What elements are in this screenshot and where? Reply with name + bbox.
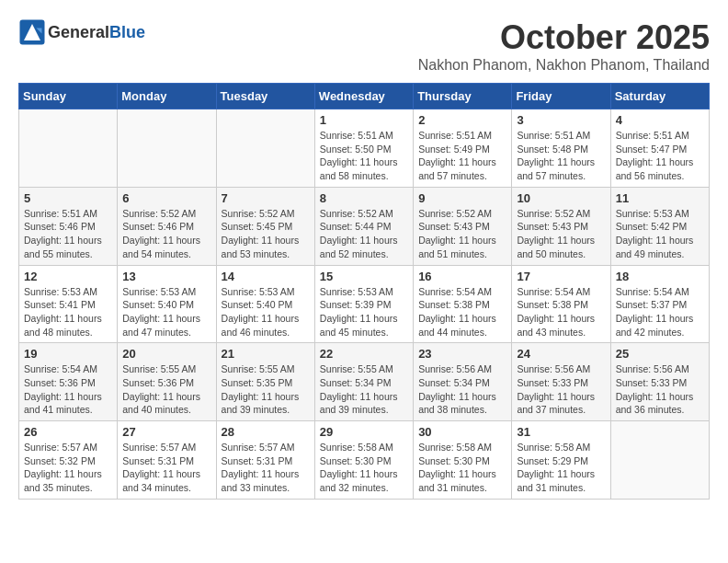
day-info: Sunrise: 5:54 AMSunset: 5:38 PMDaylight:… — [418, 285, 506, 339]
calendar-cell: 27Sunrise: 5:57 AMSunset: 5:31 PMDayligh… — [118, 421, 216, 500]
weekday-header-saturday: Saturday — [610, 84, 709, 109]
day-info: Sunrise: 5:56 AMSunset: 5:34 PMDaylight:… — [418, 362, 506, 417]
day-info: Sunrise: 5:58 AMSunset: 5:29 PMDaylight:… — [517, 441, 605, 495]
calendar-cell: 30Sunrise: 5:58 AMSunset: 5:30 PMDayligh… — [414, 421, 512, 500]
calendar-cell — [610, 421, 709, 500]
day-info: Sunrise: 5:52 AMSunset: 5:46 PMDaylight:… — [122, 207, 210, 261]
calendar-cell: 19Sunrise: 5:54 AMSunset: 5:36 PMDayligh… — [19, 343, 118, 421]
day-info: Sunrise: 5:57 AMSunset: 5:31 PMDaylight:… — [222, 441, 310, 495]
day-info: Sunrise: 5:52 AMSunset: 5:45 PMDaylight:… — [222, 207, 310, 261]
calendar-cell: 15Sunrise: 5:53 AMSunset: 5:39 PMDayligh… — [314, 265, 413, 343]
calendar-week-row: 1Sunrise: 5:51 AMSunset: 5:50 PMDaylight… — [19, 109, 710, 188]
day-number: 26 — [24, 425, 112, 439]
day-info: Sunrise: 5:51 AMSunset: 5:49 PMDaylight:… — [418, 129, 506, 183]
day-info: Sunrise: 5:56 AMSunset: 5:33 PMDaylight:… — [517, 362, 605, 417]
day-info: Sunrise: 5:51 AMSunset: 5:48 PMDaylight:… — [517, 129, 605, 183]
day-number: 27 — [122, 425, 210, 439]
day-info: Sunrise: 5:52 AMSunset: 5:43 PMDaylight:… — [517, 207, 605, 261]
day-info: Sunrise: 5:55 AMSunset: 5:34 PMDaylight:… — [320, 362, 408, 417]
day-info: Sunrise: 5:51 AMSunset: 5:46 PMDaylight:… — [24, 207, 112, 261]
day-info: Sunrise: 5:54 AMSunset: 5:38 PMDaylight:… — [517, 285, 605, 339]
calendar-table: SundayMondayTuesdayWednesdayThursdayFrid… — [18, 83, 710, 500]
day-number: 21 — [222, 347, 310, 361]
month-title: October 2025 — [418, 18, 710, 57]
calendar-cell: 25Sunrise: 5:56 AMSunset: 5:33 PMDayligh… — [610, 343, 709, 421]
day-number: 12 — [24, 270, 112, 283]
day-number: 2 — [418, 113, 506, 127]
calendar-cell: 8Sunrise: 5:52 AMSunset: 5:44 PMDaylight… — [314, 187, 413, 265]
logo: GeneralBlue — [18, 18, 145, 46]
calendar-cell: 12Sunrise: 5:53 AMSunset: 5:41 PMDayligh… — [19, 265, 118, 343]
day-number: 22 — [320, 347, 408, 361]
day-number: 6 — [122, 191, 210, 205]
calendar-week-row: 26Sunrise: 5:57 AMSunset: 5:32 PMDayligh… — [19, 421, 710, 500]
day-number: 30 — [418, 425, 506, 439]
calendar-cell: 9Sunrise: 5:52 AMSunset: 5:43 PMDaylight… — [414, 187, 512, 265]
day-number: 7 — [222, 191, 310, 205]
day-number: 19 — [24, 347, 112, 361]
day-info: Sunrise: 5:52 AMSunset: 5:44 PMDaylight:… — [320, 207, 408, 261]
day-number: 11 — [616, 191, 704, 205]
day-info: Sunrise: 5:53 AMSunset: 5:40 PMDaylight:… — [222, 285, 310, 339]
calendar-cell: 2Sunrise: 5:51 AMSunset: 5:49 PMDaylight… — [414, 109, 512, 188]
logo-icon — [18, 18, 46, 46]
calendar-cell: 24Sunrise: 5:56 AMSunset: 5:33 PMDayligh… — [512, 343, 610, 421]
calendar-cell: 5Sunrise: 5:51 AMSunset: 5:46 PMDaylight… — [19, 187, 118, 265]
calendar-cell: 18Sunrise: 5:54 AMSunset: 5:37 PMDayligh… — [610, 265, 709, 343]
calendar-cell: 7Sunrise: 5:52 AMSunset: 5:45 PMDaylight… — [216, 187, 314, 265]
day-info: Sunrise: 5:53 AMSunset: 5:39 PMDaylight:… — [320, 285, 408, 339]
calendar-cell: 28Sunrise: 5:57 AMSunset: 5:31 PMDayligh… — [216, 421, 314, 500]
calendar-cell: 4Sunrise: 5:51 AMSunset: 5:47 PMDaylight… — [610, 109, 709, 188]
day-info: Sunrise: 5:55 AMSunset: 5:36 PMDaylight:… — [122, 362, 210, 417]
day-number: 8 — [320, 191, 408, 205]
day-number: 13 — [122, 270, 210, 283]
day-number: 28 — [222, 425, 310, 439]
day-info: Sunrise: 5:58 AMSunset: 5:30 PMDaylight:… — [320, 441, 408, 495]
calendar-cell: 16Sunrise: 5:54 AMSunset: 5:38 PMDayligh… — [414, 265, 512, 343]
calendar-cell: 3Sunrise: 5:51 AMSunset: 5:48 PMDaylight… — [512, 109, 610, 188]
day-info: Sunrise: 5:53 AMSunset: 5:41 PMDaylight:… — [24, 285, 112, 339]
weekday-header-thursday: Thursday — [414, 84, 512, 109]
day-number: 5 — [24, 191, 112, 205]
day-number: 14 — [222, 270, 310, 283]
day-number: 24 — [517, 347, 605, 361]
day-info: Sunrise: 5:53 AMSunset: 5:40 PMDaylight:… — [122, 285, 210, 339]
day-number: 29 — [320, 425, 408, 439]
calendar-cell: 17Sunrise: 5:54 AMSunset: 5:38 PMDayligh… — [512, 265, 610, 343]
day-number: 25 — [616, 347, 704, 361]
weekday-header-row: SundayMondayTuesdayWednesdayThursdayFrid… — [19, 84, 710, 109]
calendar-cell: 21Sunrise: 5:55 AMSunset: 5:35 PMDayligh… — [216, 343, 314, 421]
day-number: 23 — [418, 347, 506, 361]
day-number: 10 — [517, 191, 605, 205]
day-info: Sunrise: 5:54 AMSunset: 5:37 PMDaylight:… — [616, 285, 704, 339]
day-number: 4 — [616, 113, 704, 127]
title-section: October 2025 Nakhon Phanom, Nakhon Phano… — [418, 18, 710, 74]
weekday-header-wednesday: Wednesday — [314, 84, 413, 109]
location-title: Nakhon Phanom, Nakhon Phanom, Thailand — [418, 57, 710, 74]
calendar-cell — [19, 109, 118, 188]
day-number: 17 — [517, 270, 605, 283]
day-number: 15 — [320, 270, 408, 283]
day-info: Sunrise: 5:54 AMSunset: 5:36 PMDaylight:… — [24, 362, 112, 417]
calendar-week-row: 19Sunrise: 5:54 AMSunset: 5:36 PMDayligh… — [19, 343, 710, 421]
calendar-cell: 26Sunrise: 5:57 AMSunset: 5:32 PMDayligh… — [19, 421, 118, 500]
day-number: 3 — [517, 113, 605, 127]
day-info: Sunrise: 5:57 AMSunset: 5:31 PMDaylight:… — [122, 441, 210, 495]
calendar-cell: 31Sunrise: 5:58 AMSunset: 5:29 PMDayligh… — [512, 421, 610, 500]
calendar-cell: 23Sunrise: 5:56 AMSunset: 5:34 PMDayligh… — [414, 343, 512, 421]
weekday-header-tuesday: Tuesday — [216, 84, 314, 109]
day-number: 1 — [320, 113, 408, 127]
page-header: GeneralBlue October 2025 Nakhon Phanom, … — [18, 18, 710, 74]
day-number: 16 — [418, 270, 506, 283]
calendar-cell: 20Sunrise: 5:55 AMSunset: 5:36 PMDayligh… — [118, 343, 216, 421]
day-info: Sunrise: 5:51 AMSunset: 5:50 PMDaylight:… — [320, 129, 408, 183]
day-info: Sunrise: 5:56 AMSunset: 5:33 PMDaylight:… — [616, 362, 704, 417]
day-number: 31 — [517, 425, 605, 439]
day-info: Sunrise: 5:53 AMSunset: 5:42 PMDaylight:… — [616, 207, 704, 261]
weekday-header-sunday: Sunday — [19, 84, 118, 109]
calendar-cell — [118, 109, 216, 188]
day-number: 18 — [616, 270, 704, 283]
day-info: Sunrise: 5:57 AMSunset: 5:32 PMDaylight:… — [24, 441, 112, 495]
calendar-cell: 1Sunrise: 5:51 AMSunset: 5:50 PMDaylight… — [314, 109, 413, 188]
day-info: Sunrise: 5:52 AMSunset: 5:43 PMDaylight:… — [418, 207, 506, 261]
